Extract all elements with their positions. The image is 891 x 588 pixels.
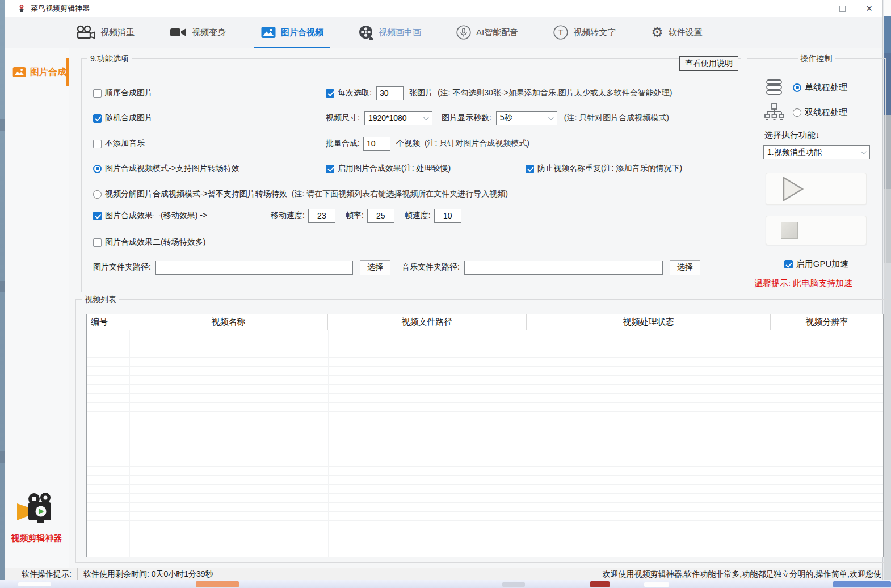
tab-label: 软件设置 — [669, 27, 703, 38]
app-window: 菜鸟视频剪辑神器 — × 视频消重 视频变身 — [5, 0, 883, 580]
enable-effect-checkbox[interactable] — [326, 165, 334, 173]
tab-video-transform[interactable]: 视频变身 — [163, 17, 233, 48]
effect-two-checkbox[interactable] — [93, 238, 102, 247]
column-divider — [527, 330, 527, 557]
active-indicator-bar — [66, 58, 69, 86]
move-speed-input[interactable] — [308, 209, 335, 223]
close-icon: × — [866, 2, 872, 15]
tab-video-pip[interactable]: 视频画中画 — [352, 17, 428, 48]
stop-icon — [781, 222, 798, 239]
mode-decompose-label: 视频分解图片合成视频模式->暂不支持图片转场特效 — [105, 189, 287, 199]
frame-rate-input[interactable] — [367, 209, 394, 223]
app-branding: 视频剪辑神器 — [5, 492, 69, 544]
gpu-warning-text: 温馨提示: 此电脑支持加速 — [754, 278, 852, 289]
tab-label: 视频消重 — [100, 27, 135, 38]
dual-thread-label: 双线程处理 — [805, 107, 847, 118]
gpu-label: 启用GPU加速 — [796, 259, 849, 270]
control-groupbox: 操作控制 单线程处理 — [747, 58, 886, 292]
pick-count-checkbox[interactable] — [326, 89, 334, 98]
start-button[interactable] — [766, 173, 867, 205]
img-path-input[interactable] — [155, 261, 353, 275]
tab-video-dedup[interactable]: 视频消重 — [68, 17, 141, 48]
column-header-status: 视频处理状态 — [527, 314, 771, 330]
video-list-title: 视频列表 — [82, 295, 119, 305]
pick-count-suffix: 张图片 — [409, 88, 433, 98]
column-divider — [129, 330, 130, 557]
mode-image-radio[interactable] — [93, 165, 102, 173]
video-camera-logo-icon — [12, 492, 61, 528]
chevron-down-icon — [423, 115, 429, 120]
batch-suffix: 个视频 — [396, 138, 420, 149]
video-list-table[interactable]: 编号 视频名称 视频文件路径 视频处理状态 视频分辨率 — [86, 314, 884, 557]
window-title: 菜鸟视频剪辑神器 — [31, 3, 90, 14]
effect-one-label: 图片合成效果一(移动效果) -> — [105, 211, 207, 221]
tab-settings[interactable]: ⚙ 软件设置 — [644, 17, 709, 48]
app-branding-label: 视频剪辑神器 — [5, 533, 69, 544]
single-thread-radio[interactable] — [793, 83, 801, 92]
mode-decompose-radio[interactable] — [93, 190, 102, 199]
sidebar-item-label: 图片合成 — [30, 66, 66, 78]
frame-speed-input[interactable] — [434, 209, 461, 223]
random-compose-label: 随机合成图片 — [105, 113, 153, 123]
select-function-label: 选择执行功能↓ — [764, 130, 820, 141]
img-path-browse-button[interactable]: 选择 — [360, 260, 390, 275]
sidebar-item-image-compose[interactable]: 图片合成 — [5, 57, 69, 87]
random-compose-checkbox[interactable] — [93, 114, 102, 123]
image-icon — [261, 26, 276, 39]
function-select-value: 1.视频消重功能 — [767, 148, 822, 158]
maximize-icon — [839, 6, 846, 12]
pick-count-note: (注: 不勾选则30张->如果添加音乐,图片太少或太多软件会智能处理) — [438, 88, 672, 98]
minimize-button[interactable]: — — [802, 0, 829, 17]
batch-label: 批量合成: — [326, 138, 360, 149]
video-size-select[interactable]: 1920*1080 — [364, 111, 432, 125]
tab-video-to-text[interactable]: T 视频转文字 — [547, 17, 623, 48]
frame-rate-label: 帧率: — [346, 211, 364, 221]
close-button[interactable]: × — [856, 0, 882, 17]
move-speed-label: 移动速度: — [271, 211, 305, 221]
pick-count-input[interactable] — [376, 86, 404, 100]
movie-camera-icon — [75, 25, 95, 40]
dual-thread-radio[interactable] — [793, 108, 801, 117]
column-divider — [771, 330, 771, 557]
sidebar: 图片合成 视频剪辑神器 — [5, 48, 69, 568]
tab-ai-dubbing[interactable]: AI智能配音 — [449, 17, 525, 48]
maximize-button[interactable] — [829, 0, 856, 17]
no-music-checkbox[interactable] — [93, 140, 102, 148]
single-thread-label: 单线程处理 — [805, 82, 847, 93]
tab-label: 视频转文字 — [573, 27, 616, 38]
show-seconds-select[interactable]: 5秒 — [496, 111, 557, 125]
status-welcome-text: 欢迎使用视频剪辑神器,软件功能非常多,功能都是独立分明的,操作简单,欢迎您使 — [602, 569, 882, 579]
function-select[interactable]: 1.视频消重功能 — [763, 145, 870, 159]
music-path-label: 音乐文件夹路径: — [402, 262, 460, 272]
options-group-title: 9.功能选项 — [87, 54, 132, 64]
stop-button[interactable] — [766, 216, 867, 245]
status-hint-label: 软件操作提示: — [5, 568, 78, 580]
main-tabbar: 视频消重 视频变身 图片合视频 — [5, 17, 882, 48]
pick-count-label: 每次选取: — [338, 88, 372, 98]
single-thread-icon — [764, 79, 784, 96]
gpu-checkbox[interactable] — [784, 260, 793, 268]
status-time-remaining: 软件使用剩余时间: 0天0小时1分39秒 — [78, 569, 213, 579]
show-seconds-note: (注: 只针对图片合成视频模式) — [564, 113, 669, 123]
control-group-title: 操作控制 — [798, 54, 835, 64]
view-instructions-button[interactable]: 查看使用说明 — [679, 56, 738, 71]
video-list-body[interactable] — [87, 330, 883, 557]
options-groupbox: 9.功能选项 查看使用说明 顺序合成图片 每次选取: 张图片 (注: 不勾选则3… — [81, 58, 741, 292]
camcorder-icon — [170, 26, 187, 39]
play-icon — [782, 177, 805, 201]
dual-thread-icon — [764, 103, 784, 121]
music-path-browse-button[interactable]: 选择 — [670, 260, 700, 275]
batch-input[interactable] — [363, 137, 390, 151]
desktop-taskbar-strip — [0, 580, 891, 588]
tab-label: 视频画中画 — [379, 27, 421, 38]
video-list-groupbox: 视频列表 编号 视频名称 视频文件路径 视频处理状态 视频分辨率 — [75, 299, 888, 563]
seq-compose-checkbox[interactable] — [93, 89, 102, 98]
no-music-label: 不添加音乐 — [105, 138, 145, 149]
tab-image-to-video[interactable]: 图片合视频 — [254, 17, 330, 48]
music-path-input[interactable] — [464, 261, 663, 275]
effect-one-checkbox[interactable] — [93, 212, 102, 220]
video-list-header: 编号 视频名称 视频文件路径 视频处理状态 视频分辨率 — [87, 314, 883, 330]
prevent-dup-checkbox[interactable] — [526, 165, 534, 173]
column-divider — [328, 330, 329, 557]
chevron-down-icon — [861, 149, 867, 154]
